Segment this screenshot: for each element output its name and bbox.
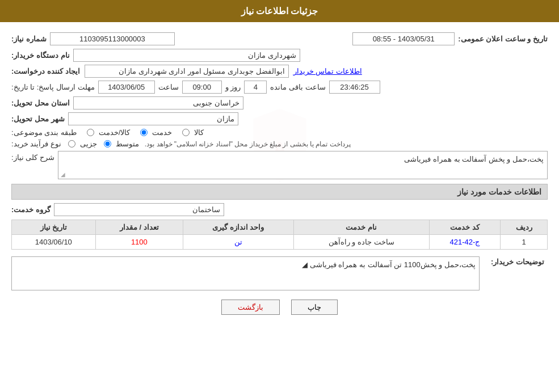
- th-quantity: تعداد / مقدار: [95, 220, 183, 235]
- city-value: مازان: [68, 112, 238, 125]
- page-title: جزئیات اطلاعات نیاز: [241, 6, 318, 16]
- cell-date-0: 1403/06/10: [12, 235, 96, 250]
- reply-days-value: 4: [244, 81, 267, 94]
- th-service-code: کد خدمت: [429, 220, 501, 235]
- category-kala-khedmat-label: کالا/خدمت: [99, 128, 131, 137]
- process-medium-radio[interactable]: [104, 140, 111, 147]
- cell-unit-0: تن: [183, 235, 294, 250]
- cell-service-name-0: ساخت جاده و راه‌آهن: [293, 235, 429, 250]
- process-note: پرداخت تمام یا بخشی از مبلغ خریداز محل "…: [145, 140, 351, 148]
- th-unit: واحد اندازه گیری: [183, 220, 294, 235]
- buyer-desc-label: توضیحات خریدار:: [480, 254, 548, 290]
- button-row: چاپ بازگشت: [11, 300, 548, 315]
- row-category: طبقه بندی موضوعی: کالا/خدمت خدمت کالا: [11, 128, 548, 137]
- category-group: طبقه بندی موضوعی: کالا/خدمت خدمت کالا: [11, 128, 204, 137]
- reply-date-value: 1403/06/05: [98, 81, 155, 94]
- reply-remaining-label: ساعت باقی مانده: [270, 83, 325, 91]
- need-description-label: شرح کلی نیاز:: [11, 153, 54, 162]
- reply-deadline-group: مهلت ارسال پاسخ: تا تاریخ: 1403/06/05 سا…: [11, 81, 380, 94]
- services-table: ردیف کد خدمت نام خدمت واحد اندازه گیری ت…: [11, 220, 548, 250]
- table-header-row: ردیف کد خدمت نام خدمت واحد اندازه گیری ت…: [12, 220, 548, 235]
- need-number-value: 1103095113000003: [50, 32, 175, 45]
- back-button[interactable]: بازگشت: [221, 300, 280, 315]
- province-pair: خراسان جنوبی استان محل تحویل:: [11, 96, 243, 109]
- page-header: جزئیات اطلاعات نیاز: [0, 0, 559, 22]
- service-group-pair: ساختمان گروه خدمت:: [11, 203, 224, 216]
- row-reply-deadline: مهلت ارسال پاسخ: تا تاریخ: 1403/06/05 سا…: [11, 81, 548, 94]
- cell-service-code-0: ج-42-421: [429, 235, 501, 250]
- category-kala-radio[interactable]: [182, 129, 190, 136]
- buyer-org-pair: شهرداری مازان نام دستگاه خریدار:: [11, 49, 300, 62]
- print-button[interactable]: چاپ: [291, 300, 338, 315]
- buyer-desc-table: توضیحات خریدار: پخت،حمل و پخش1100 تن آسف…: [11, 254, 548, 290]
- category-khedmat-label: خدمت: [152, 128, 172, 137]
- category-khedmat-radio[interactable]: [140, 129, 148, 136]
- reply-days-label: روز و: [225, 83, 241, 91]
- resize-handle[interactable]: ◢: [61, 171, 65, 178]
- need-number-label: شماره نیاز:: [11, 35, 47, 43]
- process-medium[interactable]: متوسط: [103, 140, 139, 148]
- cell-quantity-0: 1100: [95, 235, 183, 250]
- reply-time-label: ساعت: [158, 83, 179, 91]
- row-city: مازان شهر محل تحویل:: [11, 112, 548, 125]
- service-group-value: ساختمان: [54, 203, 224, 216]
- buyer-desc-cell: پخت،حمل و پخش1100 تن آسفالت به همراه فیر…: [11, 254, 480, 290]
- row-creator: اطلاعات تماس خریدار ابوالفضل جوبداری مسئ…: [11, 65, 548, 78]
- process-minor-label: جزیی: [80, 140, 97, 148]
- buyer-desc-row: توضیحات خریدار: پخت،حمل و پخش1100 تن آسف…: [11, 254, 548, 290]
- services-section-title: اطلاعات خدمات مورد نیاز: [11, 184, 548, 200]
- category-kala-khedmat-radio[interactable]: [87, 129, 94, 136]
- content-area: A تاریخ و ساعت اعلان عمومی: 1403/05/31 -…: [0, 22, 559, 330]
- buyer-desc-value: پخت،حمل و پخش1100 تن آسفالت به همراه فیر…: [310, 260, 476, 269]
- buyer-org-value: شهرداری مازان: [73, 49, 300, 62]
- service-group-label: گروه خدمت:: [11, 205, 51, 214]
- th-service-name: نام خدمت: [293, 220, 429, 235]
- buyer-desc-box: پخت،حمل و پخش1100 تن آسفالت به همراه فیر…: [11, 256, 480, 290]
- th-row: ردیف: [501, 220, 548, 235]
- row-process: پرداخت تمام یا بخشی از مبلغ خریداز محل "…: [11, 140, 548, 148]
- process-medium-label: متوسط: [116, 140, 139, 148]
- province-label: استان محل تحویل:: [11, 99, 70, 107]
- row-buyer-org: شهرداری مازان نام دستگاه خریدار:: [11, 49, 548, 62]
- category-khedmat[interactable]: خدمت: [139, 128, 172, 137]
- process-group: پرداخت تمام یا بخشی از مبلغ خریداز محل "…: [11, 140, 351, 148]
- row-need-description: پخت،حمل و پخش آسفالت به همراه فیریاشی ◢ …: [11, 151, 548, 179]
- creator-link[interactable]: اطلاعات تماس خریدار: [293, 67, 362, 75]
- buyer-org-label: نام دستگاه خریدار:: [11, 51, 70, 60]
- reply-remaining-value: 23:46:25: [329, 81, 380, 94]
- process-label: نوع فرآیند خرید:: [11, 140, 61, 148]
- category-kala-khedmat[interactable]: کالا/خدمت: [86, 128, 131, 137]
- process-minor-radio[interactable]: [68, 140, 75, 147]
- table-row: 1 ج-42-421 ساخت جاده و راه‌آهن تن 1100 1…: [12, 235, 548, 250]
- need-desc-container: پخت،حمل و پخش آسفالت به همراه فیریاشی ◢: [58, 151, 548, 179]
- cell-row-0: 1: [501, 235, 548, 250]
- reply-deadline-label: مهلت ارسال پاسخ: تا تاریخ:: [11, 83, 95, 91]
- row-province: خراسان جنوبی استان محل تحویل:: [11, 96, 548, 109]
- province-value: خراسان جنوبی: [73, 96, 243, 109]
- city-pair: مازان شهر محل تحویل:: [11, 112, 238, 125]
- creator-label: ایجاد کننده درخواست:: [11, 67, 80, 75]
- city-label: شهر محل تحویل:: [11, 115, 65, 123]
- need-number-pair: 1103095113000003 شماره نیاز:: [11, 32, 175, 45]
- need-description-box: پخت،حمل و پخش آسفالت به همراه فیریاشی ◢: [58, 151, 548, 179]
- announce-date-pair: تاریخ و ساعت اعلان عمومی: 1403/05/31 - 0…: [352, 32, 548, 45]
- category-kala-label: کالا: [194, 128, 204, 137]
- row-service-group: ساختمان گروه خدمت:: [11, 203, 548, 216]
- page-wrapper: جزئیات اطلاعات نیاز A تاریخ و ساعت اعلان…: [0, 0, 559, 392]
- creator-value: ابوالفضل جوبداری مسئول امور اداری شهردار…: [85, 65, 289, 78]
- process-minor[interactable]: جزیی: [67, 140, 97, 148]
- creator-pair: اطلاعات تماس خریدار ابوالفضل جوبداری مسئ…: [11, 65, 362, 78]
- announce-date-label: تاریخ و ساعت اعلان عمومی:: [458, 35, 548, 43]
- reply-time-value: 09:00: [182, 81, 222, 94]
- row-need-number: تاریخ و ساعت اعلان عمومی: 1403/05/31 - 0…: [11, 32, 548, 45]
- category-kala[interactable]: کالا: [181, 128, 204, 137]
- need-description-value: پخت،حمل و پخش آسفالت به همراه فیریاشی: [404, 155, 544, 163]
- th-date: تاریخ نیاز: [12, 220, 96, 235]
- buyer-resize-handle[interactable]: ◢: [302, 260, 308, 269]
- category-label: طبقه بندی موضوعی:: [11, 128, 77, 137]
- announce-date-value: 1403/05/31 - 08:55: [352, 32, 455, 45]
